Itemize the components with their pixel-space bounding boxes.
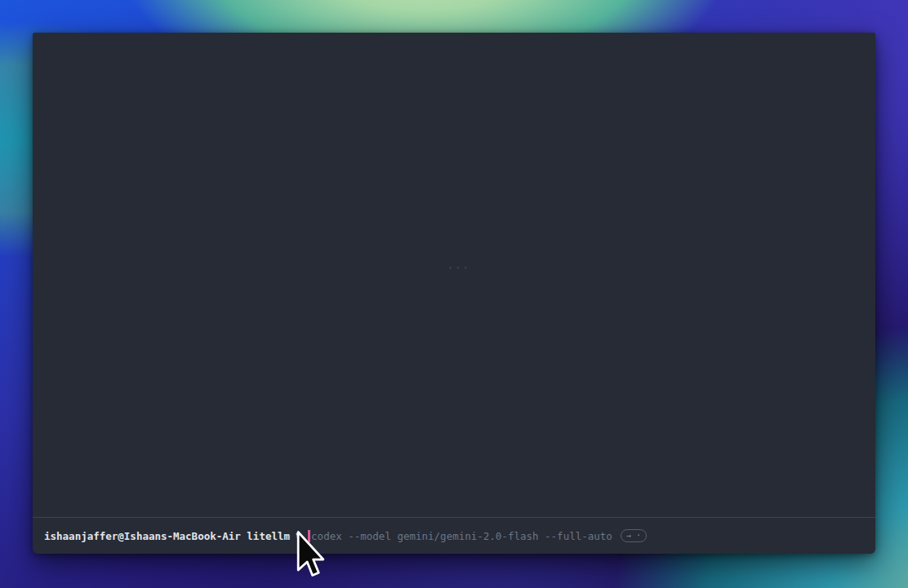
command-prompt-row[interactable]: ishaanjaffer@Ishaans-MacBook-Air litellm… <box>33 517 875 554</box>
autocomplete-hint-badge: → · <box>621 529 647 542</box>
terminal-output-area: ... <box>33 33 875 517</box>
autosuggestion-text: codex --model gemini/gemini-2.0-flash --… <box>311 530 612 542</box>
loading-ellipsis: ... <box>447 260 470 271</box>
shell-prompt-label: ishaanjaffer@Ishaans-MacBook-Air litellm… <box>44 530 302 542</box>
terminal-window[interactable]: ... ishaanjaffer@Ishaans-MacBook-Air lit… <box>33 33 875 554</box>
text-cursor <box>308 530 310 542</box>
